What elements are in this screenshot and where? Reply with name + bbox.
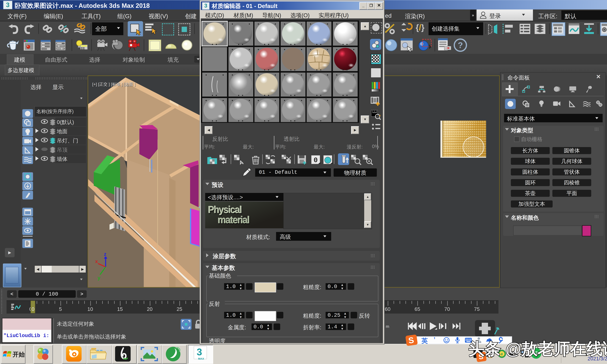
svg-text:z: z [104, 252, 106, 257]
svg-text:x: x [95, 259, 98, 264]
svg-text:0: 0 [314, 156, 318, 164]
svg-text:?: ? [458, 40, 463, 50]
svg-text:y: y [98, 275, 100, 281]
